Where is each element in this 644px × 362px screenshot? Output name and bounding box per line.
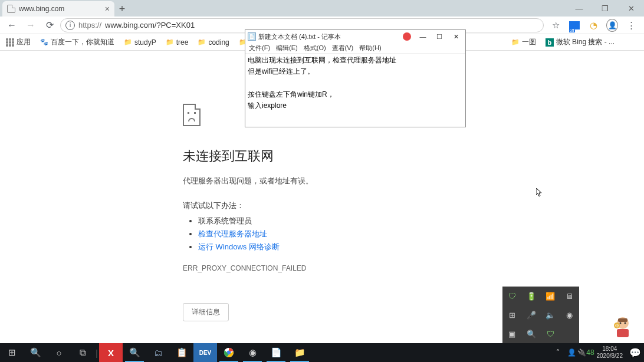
svg-point-2	[620, 322, 622, 324]
error-code: ERR_PROXY_CONNECTION_FAILED	[183, 264, 644, 272]
bookmark-folder-coding[interactable]: 📁coding	[195, 37, 231, 48]
taskbar-everything[interactable]: 🔍	[123, 343, 146, 362]
tray-people-icon[interactable]: 👤	[565, 348, 579, 357]
svg-text:中: 中	[615, 324, 619, 328]
taskbar-clock[interactable]: 18:04 2020/8/22	[593, 345, 627, 360]
notepad-textarea[interactable]: 电脑出现未连接到互联网，检查代理服务器地址 但是wifi已经连上了。 按住键盘左…	[245, 54, 465, 127]
action-center-icon[interactable]: 💬	[626, 347, 644, 358]
taskbar-notepad[interactable]: 📄	[264, 343, 288, 362]
profile-button[interactable]: 👤	[606, 19, 618, 31]
np-line: 电脑出现未连接到互联网，检查代理服务器地址	[248, 55, 463, 66]
menu-view[interactable]: 查看(V)	[332, 44, 354, 52]
bookmark-bing[interactable]: b微软 Bing 搜索 - ...	[543, 36, 617, 48]
menu-file[interactable]: 文件(F)	[249, 44, 270, 52]
site-info-icon[interactable]: i	[65, 21, 75, 30]
folder-icon: 📁	[198, 38, 206, 47]
taskbar-right: ˄ 👤 🔌48 18:04 2020/8/22 💬	[551, 343, 645, 362]
check-proxy-link[interactable]: 检查代理服务器地址	[198, 229, 267, 238]
new-tab-button[interactable]: +	[114, 1, 130, 17]
notepad-minimize[interactable]: —	[416, 31, 430, 42]
assistant-avatar[interactable]: 中	[612, 315, 633, 338]
svg-rect-4	[617, 329, 629, 337]
notepad-maximize[interactable]: ☐	[432, 31, 446, 42]
reload-button[interactable]: ⟳	[41, 18, 58, 32]
details-button[interactable]: 详细信息	[183, 303, 229, 321]
extension-icon[interactable]: ◔	[587, 19, 599, 31]
tray-app-icon[interactable]: ▣	[502, 324, 522, 343]
tray-mic-icon[interactable]: 🎤	[522, 305, 541, 324]
bookmark-star-icon[interactable]: ☆	[550, 19, 561, 31]
run-diagnostics-link[interactable]: 运行 Windows 网络诊断	[198, 242, 280, 251]
suggestion-admin: 联系系统管理员	[198, 215, 644, 228]
taskbar-divider: |	[94, 343, 99, 362]
system-tray-overflow[interactable]: 🛡 🔋 📶 🖥 ⊞ 🎤 🔈 ◉ ▣ 🔍 🛡	[502, 287, 579, 343]
search-button[interactable]: 🔍	[24, 343, 47, 362]
bookmark-folder-studyp[interactable]: 📁studyP	[121, 37, 159, 48]
taskbar-app2[interactable]: 📋	[170, 343, 193, 362]
extension-translate-icon[interactable]	[569, 19, 580, 31]
tray-security-icon[interactable]: ⊞	[502, 305, 522, 324]
notepad-menubar: 文件(F) 编辑(E) 格式(O) 查看(V) 帮助(H)	[245, 43, 465, 54]
browser-tab[interactable]: www.bing.com ×	[2, 1, 114, 17]
taskbar-explorer[interactable]: 📁	[288, 343, 311, 362]
tray-defender-icon[interactable]: 🛡	[541, 324, 560, 343]
menu-edit[interactable]: 编辑(E)	[276, 44, 298, 52]
tray-wifi-icon[interactable]: 📶	[541, 287, 560, 305]
baidu-icon: 🐾	[40, 38, 48, 47]
notepad-title: 新建文本文档 (4).txt - 记事本	[258, 32, 400, 41]
tray-battery-icon[interactable]: 🔋	[522, 287, 541, 305]
bookmark-folder-tree[interactable]: 📁tree	[163, 37, 191, 48]
np-line: 但是wifi已经连上了。	[248, 66, 463, 77]
svg-rect-1	[618, 318, 627, 322]
cortana-button[interactable]: ○	[47, 343, 71, 362]
folder-icon: 📁	[511, 38, 520, 47]
tab-close-icon[interactable]: ×	[105, 4, 110, 14]
taskbar-obs[interactable]: ◉	[241, 343, 264, 362]
np-line: 按住键盘左下角win键加R，	[248, 89, 463, 100]
bookmark-folder-yitu[interactable]: 📁一图	[509, 36, 538, 48]
clock-time: 18:04	[597, 345, 623, 353]
tray-monitor-icon[interactable]: 🖥	[560, 287, 580, 305]
bookmark-baidu[interactable]: 🐾 百度一下，你就知道	[38, 36, 117, 48]
chrome-menu-icon[interactable]: ⋮	[625, 19, 637, 31]
clock-date: 2020/8/22	[597, 353, 623, 360]
window-close[interactable]: ✕	[618, 0, 644, 17]
notepad-window[interactable]: 📄 新建文本文档 (4).txt - 记事本 — ☐ ✕ 文件(F) 编辑(E)…	[245, 29, 466, 127]
tray-expand-icon[interactable]: ˄	[551, 348, 565, 357]
taskbar: ⊞ 🔍 ○ ⧉ | X 🔍 🗂 📋 DEV ◉ 📄 📁 ˄ 👤 🔌48 18:0…	[0, 343, 644, 362]
tab-title: www.bing.com	[19, 5, 64, 13]
error-heading: 未连接到互联网	[183, 147, 644, 165]
folder-icon: 📁	[166, 38, 174, 47]
tray-volume-icon[interactable]: 🔈	[541, 305, 560, 324]
start-button[interactable]: ⊞	[0, 343, 24, 362]
tray-empty	[560, 324, 580, 343]
tray-obs-icon[interactable]: ◉	[560, 305, 580, 324]
error-suggestions: 联系系统管理员 检查代理服务器地址 运行 Windows 网络诊断	[183, 215, 644, 254]
taskbar-dev[interactable]: DEV	[193, 343, 217, 362]
taskbar-xshell[interactable]: X	[99, 343, 123, 362]
window-minimize[interactable]: —	[566, 0, 592, 17]
apps-icon	[6, 38, 14, 47]
menu-format[interactable]: 格式(O)	[304, 44, 326, 52]
menu-help[interactable]: 帮助(H)	[359, 44, 381, 52]
forward-button[interactable]: →	[22, 18, 39, 32]
window-maximize[interactable]: ❐	[592, 0, 618, 17]
battery-indicator[interactable]: 🔌48	[579, 348, 593, 357]
taskbar-chrome[interactable]	[217, 343, 241, 362]
notepad-close[interactable]: ✕	[449, 31, 463, 42]
np-line: 输入iexplore	[248, 100, 463, 111]
notification-dot-icon	[403, 32, 411, 41]
tab-strip: www.bing.com × + — ❐ ✕	[0, 0, 644, 17]
folder-icon: 📁	[124, 38, 132, 47]
svg-point-3	[625, 322, 626, 324]
apps-button[interactable]: 应用	[4, 36, 33, 48]
page-icon	[7, 5, 15, 13]
tray-search-icon[interactable]: 🔍	[522, 324, 541, 343]
tray-shield-icon[interactable]: 🛡	[502, 287, 522, 305]
task-view-button[interactable]: ⧉	[71, 343, 94, 362]
taskbar-app1[interactable]: 🗂	[146, 343, 170, 362]
error-subtitle: 代理服务器出现问题，或者地址有误。	[183, 176, 644, 186]
notepad-titlebar[interactable]: 📄 新建文本文档 (4).txt - 记事本 — ☐ ✕	[245, 30, 465, 43]
back-button[interactable]: ←	[4, 18, 20, 32]
url-text: www.bing.com/?PC=XK01	[105, 21, 195, 29]
